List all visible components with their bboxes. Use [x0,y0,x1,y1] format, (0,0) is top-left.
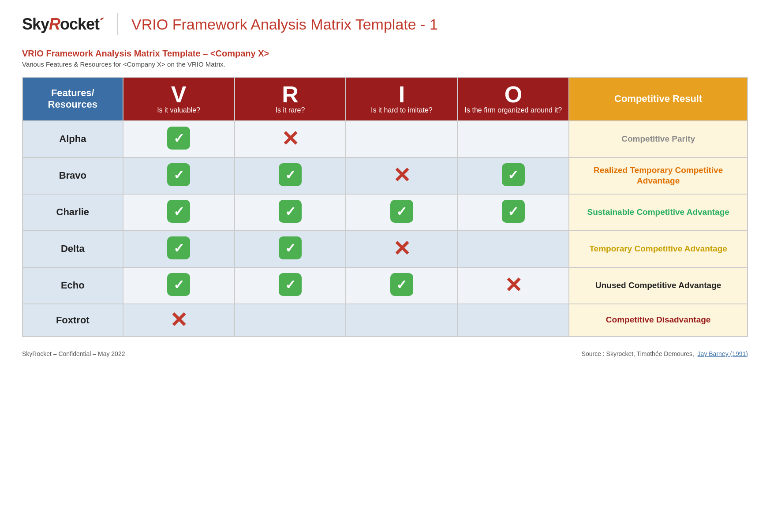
cell-i-bravo: ✕ [346,157,457,194]
cell-o-bravo [457,157,569,194]
table-row: Charlie Sustainable Competitive Advantag… [22,194,748,231]
cross-icon: ✕ [505,275,522,296]
row-label-foxtrot: Foxtrot [22,304,123,337]
result-text-alpha: Competitive Parity [621,134,695,143]
page-footer: SkyRocket – Confidential – May 2022 Sour… [22,350,748,357]
result-cell-foxtrot: Competitive Disadvantage [569,304,748,337]
check-icon [167,273,190,296]
table-row: Echo ✕ Unused Competitive Advantage [22,267,748,304]
logo-sky: Sky [22,15,49,33]
result-cell-echo: Unused Competitive Advantage [569,267,748,304]
cell-o-alpha [457,121,569,157]
cell-v-alpha [123,121,235,157]
footer-right: Source : Skyrocket, Timothée Demoures, J… [582,350,748,357]
check-icon [279,200,302,223]
check-icon [167,127,190,150]
cell-v-echo [123,267,235,304]
result-cell-bravo: Realized Temporary Competitive Advantage [569,157,748,194]
footer-link[interactable]: Jay Barney (1991) [698,350,748,357]
table-row: Delta ✕ Temporary Competitive Advantage [22,231,748,267]
row-label-echo: Echo [22,267,123,304]
th-i: I Is it hard to imitate? [346,77,457,121]
table-header-row: Features/ Resources V Is it valuable? R … [22,77,748,121]
logo-rocket: ocket [60,15,99,33]
header-divider [117,13,118,35]
cell-r-foxtrot [235,304,346,337]
subtitle-description: Various Features & Resources for <Compan… [22,60,748,68]
table-row: Foxtrot ✕ Competitive Disadvantage [22,304,748,337]
result-cell-delta: Temporary Competitive Advantage [569,231,748,267]
cell-r-echo [235,267,346,304]
row-label-delta: Delta [22,231,123,267]
cell-i-delta: ✕ [346,231,457,267]
result-text-bravo: Realized Temporary Competitive Advantage [594,165,723,186]
row-label-charlie: Charlie [22,194,123,231]
th-v: V Is it valuable? [123,77,235,121]
th-result: Competitive Result [569,77,748,121]
cell-i-echo [346,267,457,304]
th-o: O Is the firm organized around it? [457,77,569,121]
logo-r: R [49,15,60,33]
result-text-charlie: Sustainable Competitive Advantage [587,207,729,217]
cell-o-delta [457,231,569,267]
subtitle-section: VRIO Framework Analysis Matrix Template … [22,49,748,68]
cell-r-charlie [235,194,346,231]
cell-o-echo: ✕ [457,267,569,304]
result-text-foxtrot: Competitive Disadvantage [606,315,711,324]
page-header: SkyRocket´ VRIO Framework Analysis Matri… [22,13,748,40]
page-title: VRIO Framework Analysis Matrix Template … [131,16,438,33]
cell-r-bravo [235,157,346,194]
result-cell-charlie: Sustainable Competitive Advantage [569,194,748,231]
check-icon [167,163,190,186]
cell-i-foxtrot [346,304,457,337]
result-text-echo: Unused Competitive Advantage [595,281,721,290]
check-icon [390,273,413,296]
cross-icon: ✕ [393,238,411,259]
logo: SkyRocket´ [22,15,104,34]
check-icon [390,200,413,223]
check-icon [502,163,525,186]
cross-icon: ✕ [281,128,299,150]
cell-v-foxtrot: ✕ [123,304,235,337]
table-row: Alpha ✕ Competitive Parity [22,121,748,157]
check-icon [502,200,525,223]
footer-left: SkyRocket – Confidential – May 2022 [22,350,125,357]
footer-source-text: Source : Skyrocket, Timothée Demoures, [582,350,694,357]
cell-v-charlie [123,194,235,231]
row-label-bravo: Bravo [22,157,123,194]
cell-v-delta [123,231,235,267]
table-row: Bravo ✕ Realized Temporary Competitive A… [22,157,748,194]
result-cell-alpha: Competitive Parity [569,121,748,157]
cross-icon: ✕ [393,165,411,186]
cell-i-charlie [346,194,457,231]
cell-v-bravo [123,157,235,194]
cell-o-foxtrot [457,304,569,337]
cell-r-alpha: ✕ [235,121,346,157]
check-icon [167,200,190,223]
th-features: Features/ Resources [22,77,123,121]
result-text-delta: Temporary Competitive Advantage [589,244,727,253]
row-label-alpha: Alpha [22,121,123,157]
check-icon [279,163,302,186]
th-r: R Is it rare? [235,77,346,121]
cell-o-charlie [457,194,569,231]
cell-i-alpha [346,121,457,157]
check-icon [279,273,302,296]
check-icon [167,236,190,259]
cross-icon: ✕ [170,310,187,331]
cell-r-delta [235,231,346,267]
subtitle-title: VRIO Framework Analysis Matrix Template … [22,49,748,59]
vrio-matrix-table: Features/ Resources V Is it valuable? R … [22,77,748,337]
check-icon [279,236,302,259]
